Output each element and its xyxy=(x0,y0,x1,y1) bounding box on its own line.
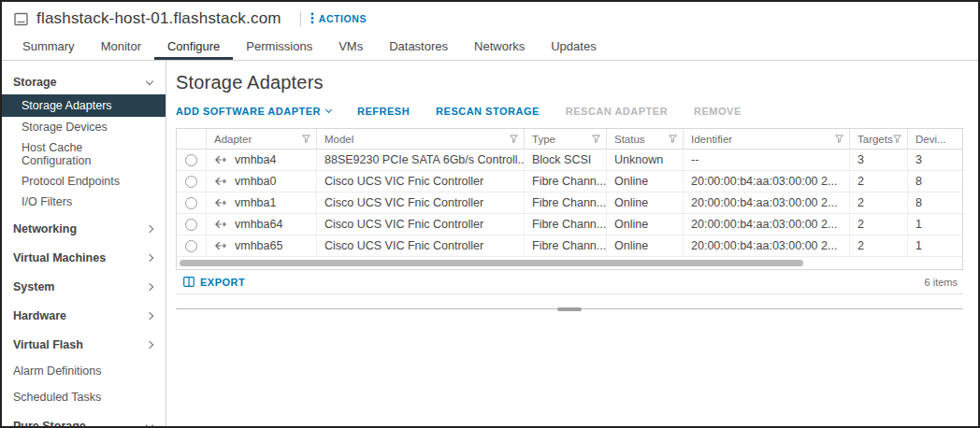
column-label: Identifier xyxy=(691,134,732,145)
sidebar-item-label: Virtual Machines xyxy=(13,251,106,264)
column-label: Status xyxy=(614,134,645,145)
select-cell xyxy=(177,214,207,235)
tab-configure[interactable]: Configure xyxy=(154,36,233,60)
add-software-adapter-button[interactable]: ADD SOFTWARE ADAPTER xyxy=(176,106,331,117)
table-row[interactable]: vmhba4 88SE9230 PCIe SATA 6Gb/s Controll… xyxy=(177,150,962,171)
items-count: 6 items xyxy=(925,277,959,288)
model-cell: 88SE9230 PCIe SATA 6Gb/s Controll... xyxy=(317,150,525,170)
model-cell: Cisco UCS VIC Fnic Controller xyxy=(317,171,525,192)
identifier-cell: 20:00:00:b4:aa:03:00:00 2... xyxy=(684,193,850,213)
tab-summary[interactable]: Summary xyxy=(9,36,88,60)
rescan-adapter-button: RESCAN ADAPTER xyxy=(566,106,668,117)
select-cell xyxy=(177,235,207,256)
status-cell: Online xyxy=(607,171,684,192)
devices-cell: 3 xyxy=(908,150,962,170)
type-cell: Fibre Chann... xyxy=(525,193,607,213)
type-cell: Fibre Chann... xyxy=(525,171,607,192)
actions-button[interactable]: ACTIONS xyxy=(310,12,367,26)
tab-vms[interactable]: VMs xyxy=(325,36,376,60)
sidebar-item-label: Networking xyxy=(13,222,77,235)
filter-funnel-icon[interactable] xyxy=(592,135,600,143)
filter-funnel-icon[interactable] xyxy=(893,135,901,143)
devices-cell: 1 xyxy=(908,214,962,235)
devices-cell: 8 xyxy=(908,171,962,192)
sidebar-item-system[interactable]: System xyxy=(2,275,166,299)
horizontal-scrollbar-thumb[interactable] xyxy=(180,260,803,266)
status-column-header: Status xyxy=(607,129,684,149)
tab-updates[interactable]: Updates xyxy=(538,36,609,60)
type-cell: Fibre Chann... xyxy=(525,235,607,256)
filter-funnel-icon[interactable] xyxy=(835,135,843,143)
chevron-down-icon xyxy=(146,421,153,426)
adapter-cell: vmhba64 xyxy=(207,214,317,235)
sidebar-item-alarm-definitions[interactable]: Alarm Definitions xyxy=(2,359,166,383)
tab-monitor[interactable]: Monitor xyxy=(88,36,154,60)
row-select-radio[interactable] xyxy=(185,219,197,231)
sidebar-item-io-filters[interactable]: I/O Filters xyxy=(2,192,166,212)
table-row[interactable]: vmhba0 Cisco UCS VIC Fnic Controller Fib… xyxy=(177,171,962,193)
targets-cell: 2 xyxy=(850,214,908,235)
sidebar-item-storage-adapters[interactable]: Storage Adapters xyxy=(2,94,166,117)
filter-funnel-icon[interactable] xyxy=(510,135,518,143)
adapter-cell: vmhba1 xyxy=(207,193,317,213)
type-cell: Fibre Chann... xyxy=(525,214,607,235)
sidebar-item-protocol-endpoints[interactable]: Protocol Endpoints xyxy=(2,171,166,192)
adapter-name: vmhba1 xyxy=(235,196,276,209)
add-software-adapter-label: ADD SOFTWARE ADAPTER xyxy=(176,106,321,117)
sidebar-item-host-cache-configuration[interactable]: Host Cache Configuration xyxy=(2,137,166,171)
tab-networks[interactable]: Networks xyxy=(461,36,538,60)
storage-adapter-icon xyxy=(214,176,228,187)
chevron-right-icon xyxy=(146,225,153,233)
sidebar-item-label: Storage xyxy=(13,76,57,89)
sidebar-item-virtual-flash[interactable]: Virtual Flash xyxy=(2,333,166,357)
row-select-radio[interactable] xyxy=(185,176,197,188)
rescan-storage-button[interactable]: RESCAN STORAGE xyxy=(436,106,540,117)
adapter-name: vmhba65 xyxy=(235,239,282,252)
targets-cell: 3 xyxy=(850,150,908,170)
panel-splitter xyxy=(176,308,963,309)
sidebar-item-storage-devices[interactable]: Storage Devices xyxy=(2,117,166,137)
splitter-drag-handle[interactable] xyxy=(557,307,582,311)
row-select-radio[interactable] xyxy=(185,240,197,252)
targets-column-header: Targets xyxy=(850,129,908,149)
identifier-column-header: Identifier xyxy=(684,129,850,149)
devices-column-header: Devi... xyxy=(908,129,962,149)
sidebar-item-storage[interactable]: Storage xyxy=(2,70,166,94)
storage-adapters-panel: Storage Adapters ADD SOFTWARE ADAPTER RE… xyxy=(166,61,978,426)
targets-cell: 2 xyxy=(850,235,908,256)
targets-cell: 2 xyxy=(850,193,908,213)
devices-cell: 8 xyxy=(908,193,962,213)
sidebar-item-pure-storage[interactable]: Pure Storage xyxy=(2,414,166,426)
adapters-table: Adapter Model Type Status xyxy=(176,128,963,270)
row-select-radio[interactable] xyxy=(185,154,197,166)
tab-permissions[interactable]: Permissions xyxy=(233,36,325,60)
chevron-down-icon xyxy=(325,107,332,113)
table-row[interactable]: vmhba1 Cisco UCS VIC Fnic Controller Fib… xyxy=(177,193,962,214)
sidebar-item-virtual-machines[interactable]: Virtual Machines xyxy=(2,246,166,270)
chevron-right-icon xyxy=(146,341,153,349)
select-column-header xyxy=(177,129,207,149)
model-cell: Cisco UCS VIC Fnic Controller xyxy=(317,214,525,235)
host-icon xyxy=(13,11,29,27)
sidebar-item-hardware[interactable]: Hardware xyxy=(2,304,166,328)
adapter-name: vmhba4 xyxy=(235,153,276,166)
filter-funnel-icon[interactable] xyxy=(302,135,310,143)
refresh-button[interactable]: REFRESH xyxy=(357,106,410,117)
status-cell: Online xyxy=(607,193,684,213)
table-row[interactable]: vmhba65 Cisco UCS VIC Fnic Controller Fi… xyxy=(177,235,962,257)
sidebar-item-networking[interactable]: Networking xyxy=(2,217,166,241)
row-select-radio[interactable] xyxy=(185,197,197,209)
export-grid-icon xyxy=(183,277,195,287)
status-cell: Online xyxy=(607,214,684,235)
storage-adapter-icon xyxy=(214,240,228,251)
filter-funnel-icon[interactable] xyxy=(669,135,677,143)
sidebar-item-scheduled-tasks[interactable]: Scheduled Tasks xyxy=(2,385,166,409)
table-row[interactable]: vmhba64 Cisco UCS VIC Fnic Controller Fi… xyxy=(177,214,962,235)
header-divider xyxy=(300,11,301,26)
tab-datastores[interactable]: Datastores xyxy=(376,36,461,60)
adapter-cell: vmhba0 xyxy=(207,171,317,192)
kebab-icon xyxy=(310,12,314,26)
export-button[interactable]: EXPORT xyxy=(180,277,249,288)
chevron-down-icon xyxy=(146,78,153,85)
adapter-name: vmhba0 xyxy=(235,175,276,188)
